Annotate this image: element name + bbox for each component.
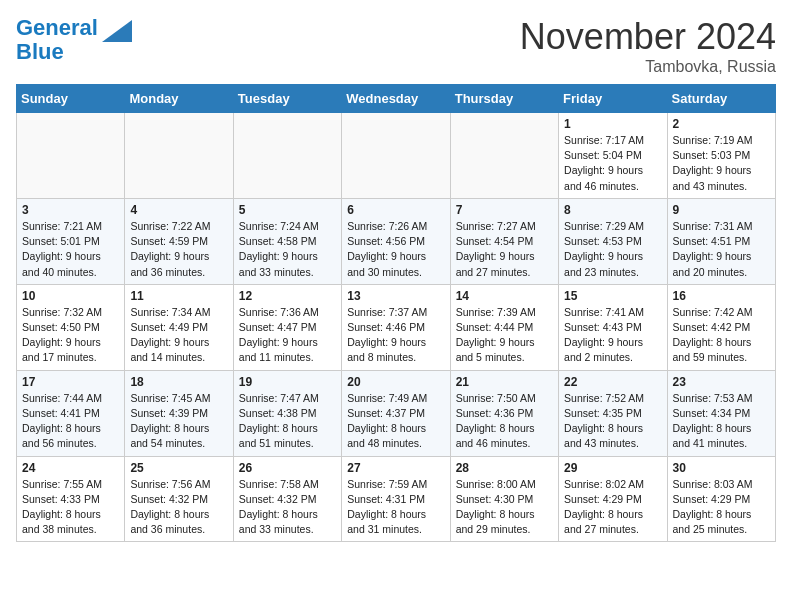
calendar-week-row: 17Sunrise: 7:44 AM Sunset: 4:41 PM Dayli… <box>17 370 776 456</box>
day-info: Sunrise: 7:21 AM Sunset: 5:01 PM Dayligh… <box>22 219 119 280</box>
calendar-cell: 27Sunrise: 7:59 AM Sunset: 4:31 PM Dayli… <box>342 456 450 542</box>
day-info: Sunrise: 7:29 AM Sunset: 4:53 PM Dayligh… <box>564 219 661 280</box>
day-info: Sunrise: 7:26 AM Sunset: 4:56 PM Dayligh… <box>347 219 444 280</box>
calendar-cell: 7Sunrise: 7:27 AM Sunset: 4:54 PM Daylig… <box>450 198 558 284</box>
month-title: November 2024 <box>520 16 776 58</box>
calendar-cell: 10Sunrise: 7:32 AM Sunset: 4:50 PM Dayli… <box>17 284 125 370</box>
day-number: 18 <box>130 375 227 389</box>
day-info: Sunrise: 7:50 AM Sunset: 4:36 PM Dayligh… <box>456 391 553 452</box>
day-header-friday: Friday <box>559 85 667 113</box>
calendar-cell <box>125 113 233 199</box>
day-number: 22 <box>564 375 661 389</box>
day-number: 29 <box>564 461 661 475</box>
calendar-cell: 25Sunrise: 7:56 AM Sunset: 4:32 PM Dayli… <box>125 456 233 542</box>
calendar-cell <box>233 113 341 199</box>
calendar-cell: 26Sunrise: 7:58 AM Sunset: 4:32 PM Dayli… <box>233 456 341 542</box>
calendar-cell: 1Sunrise: 7:17 AM Sunset: 5:04 PM Daylig… <box>559 113 667 199</box>
day-number: 4 <box>130 203 227 217</box>
calendar-cell: 9Sunrise: 7:31 AM Sunset: 4:51 PM Daylig… <box>667 198 775 284</box>
day-info: Sunrise: 8:02 AM Sunset: 4:29 PM Dayligh… <box>564 477 661 538</box>
day-number: 11 <box>130 289 227 303</box>
day-number: 8 <box>564 203 661 217</box>
calendar-cell: 11Sunrise: 7:34 AM Sunset: 4:49 PM Dayli… <box>125 284 233 370</box>
calendar-cell: 5Sunrise: 7:24 AM Sunset: 4:58 PM Daylig… <box>233 198 341 284</box>
calendar-cell: 22Sunrise: 7:52 AM Sunset: 4:35 PM Dayli… <box>559 370 667 456</box>
calendar-cell <box>17 113 125 199</box>
day-number: 27 <box>347 461 444 475</box>
day-info: Sunrise: 7:37 AM Sunset: 4:46 PM Dayligh… <box>347 305 444 366</box>
day-number: 16 <box>673 289 770 303</box>
day-info: Sunrise: 8:03 AM Sunset: 4:29 PM Dayligh… <box>673 477 770 538</box>
calendar-week-row: 1Sunrise: 7:17 AM Sunset: 5:04 PM Daylig… <box>17 113 776 199</box>
logo: GeneralBlue <box>16 16 132 64</box>
calendar-week-row: 24Sunrise: 7:55 AM Sunset: 4:33 PM Dayli… <box>17 456 776 542</box>
calendar-cell: 3Sunrise: 7:21 AM Sunset: 5:01 PM Daylig… <box>17 198 125 284</box>
day-info: Sunrise: 7:22 AM Sunset: 4:59 PM Dayligh… <box>130 219 227 280</box>
day-number: 15 <box>564 289 661 303</box>
day-number: 25 <box>130 461 227 475</box>
day-info: Sunrise: 7:53 AM Sunset: 4:34 PM Dayligh… <box>673 391 770 452</box>
day-info: Sunrise: 7:55 AM Sunset: 4:33 PM Dayligh… <box>22 477 119 538</box>
day-number: 3 <box>22 203 119 217</box>
day-number: 9 <box>673 203 770 217</box>
day-info: Sunrise: 7:32 AM Sunset: 4:50 PM Dayligh… <box>22 305 119 366</box>
calendar-cell: 8Sunrise: 7:29 AM Sunset: 4:53 PM Daylig… <box>559 198 667 284</box>
calendar-cell: 15Sunrise: 7:41 AM Sunset: 4:43 PM Dayli… <box>559 284 667 370</box>
day-info: Sunrise: 7:49 AM Sunset: 4:37 PM Dayligh… <box>347 391 444 452</box>
calendar-header-row: SundayMondayTuesdayWednesdayThursdayFrid… <box>17 85 776 113</box>
day-number: 21 <box>456 375 553 389</box>
calendar-cell: 20Sunrise: 7:49 AM Sunset: 4:37 PM Dayli… <box>342 370 450 456</box>
logo-text: GeneralBlue <box>16 16 98 64</box>
day-header-sunday: Sunday <box>17 85 125 113</box>
day-number: 7 <box>456 203 553 217</box>
day-header-saturday: Saturday <box>667 85 775 113</box>
day-number: 1 <box>564 117 661 131</box>
day-number: 14 <box>456 289 553 303</box>
calendar-cell <box>342 113 450 199</box>
calendar-cell: 18Sunrise: 7:45 AM Sunset: 4:39 PM Dayli… <box>125 370 233 456</box>
calendar-cell <box>450 113 558 199</box>
calendar-cell: 23Sunrise: 7:53 AM Sunset: 4:34 PM Dayli… <box>667 370 775 456</box>
day-info: Sunrise: 7:36 AM Sunset: 4:47 PM Dayligh… <box>239 305 336 366</box>
calendar-cell: 24Sunrise: 7:55 AM Sunset: 4:33 PM Dayli… <box>17 456 125 542</box>
day-header-wednesday: Wednesday <box>342 85 450 113</box>
day-info: Sunrise: 7:17 AM Sunset: 5:04 PM Dayligh… <box>564 133 661 194</box>
day-number: 24 <box>22 461 119 475</box>
day-info: Sunrise: 7:31 AM Sunset: 4:51 PM Dayligh… <box>673 219 770 280</box>
day-header-monday: Monday <box>125 85 233 113</box>
day-info: Sunrise: 7:19 AM Sunset: 5:03 PM Dayligh… <box>673 133 770 194</box>
day-header-tuesday: Tuesday <box>233 85 341 113</box>
title-block: November 2024 Tambovka, Russia <box>520 16 776 76</box>
day-number: 19 <box>239 375 336 389</box>
day-info: Sunrise: 7:44 AM Sunset: 4:41 PM Dayligh… <box>22 391 119 452</box>
day-info: Sunrise: 7:59 AM Sunset: 4:31 PM Dayligh… <box>347 477 444 538</box>
calendar-week-row: 3Sunrise: 7:21 AM Sunset: 5:01 PM Daylig… <box>17 198 776 284</box>
day-info: Sunrise: 7:24 AM Sunset: 4:58 PM Dayligh… <box>239 219 336 280</box>
page-header: GeneralBlue November 2024 Tambovka, Russ… <box>16 16 776 76</box>
calendar-cell: 2Sunrise: 7:19 AM Sunset: 5:03 PM Daylig… <box>667 113 775 199</box>
day-info: Sunrise: 7:56 AM Sunset: 4:32 PM Dayligh… <box>130 477 227 538</box>
day-number: 13 <box>347 289 444 303</box>
calendar-cell: 17Sunrise: 7:44 AM Sunset: 4:41 PM Dayli… <box>17 370 125 456</box>
day-number: 30 <box>673 461 770 475</box>
calendar-cell: 28Sunrise: 8:00 AM Sunset: 4:30 PM Dayli… <box>450 456 558 542</box>
day-number: 26 <box>239 461 336 475</box>
calendar-table: SundayMondayTuesdayWednesdayThursdayFrid… <box>16 84 776 542</box>
day-number: 23 <box>673 375 770 389</box>
day-number: 10 <box>22 289 119 303</box>
calendar-cell: 16Sunrise: 7:42 AM Sunset: 4:42 PM Dayli… <box>667 284 775 370</box>
day-info: Sunrise: 8:00 AM Sunset: 4:30 PM Dayligh… <box>456 477 553 538</box>
logo-icon <box>102 20 132 42</box>
day-number: 12 <box>239 289 336 303</box>
calendar-cell: 29Sunrise: 8:02 AM Sunset: 4:29 PM Dayli… <box>559 456 667 542</box>
calendar-cell: 30Sunrise: 8:03 AM Sunset: 4:29 PM Dayli… <box>667 456 775 542</box>
day-info: Sunrise: 7:42 AM Sunset: 4:42 PM Dayligh… <box>673 305 770 366</box>
day-header-thursday: Thursday <box>450 85 558 113</box>
day-info: Sunrise: 7:34 AM Sunset: 4:49 PM Dayligh… <box>130 305 227 366</box>
day-info: Sunrise: 7:41 AM Sunset: 4:43 PM Dayligh… <box>564 305 661 366</box>
day-number: 2 <box>673 117 770 131</box>
calendar-cell: 13Sunrise: 7:37 AM Sunset: 4:46 PM Dayli… <box>342 284 450 370</box>
calendar-cell: 12Sunrise: 7:36 AM Sunset: 4:47 PM Dayli… <box>233 284 341 370</box>
calendar-week-row: 10Sunrise: 7:32 AM Sunset: 4:50 PM Dayli… <box>17 284 776 370</box>
calendar-cell: 14Sunrise: 7:39 AM Sunset: 4:44 PM Dayli… <box>450 284 558 370</box>
